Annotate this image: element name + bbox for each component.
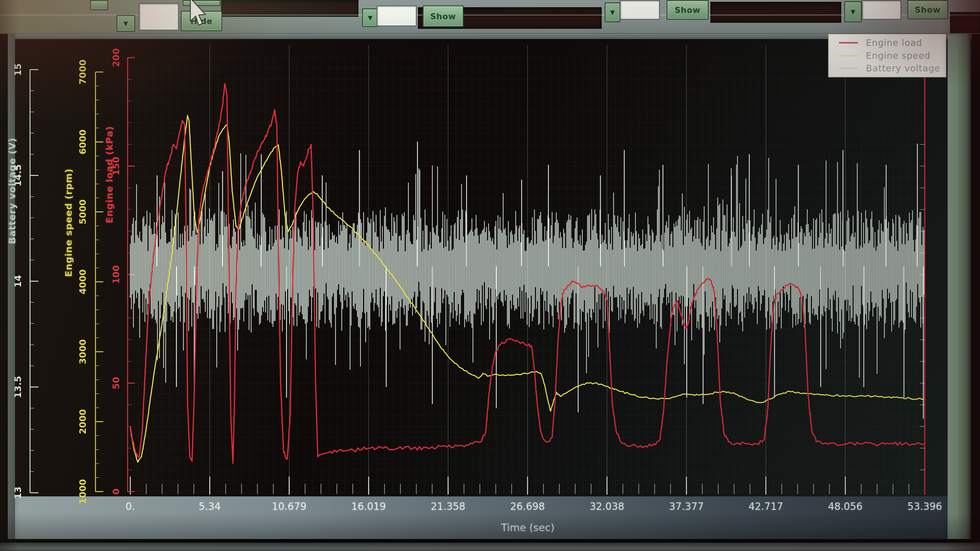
x-tick-label: 10.679 — [272, 500, 306, 512]
legend-row: Engine load — [829, 38, 946, 48]
y-tick-label: 1000 — [78, 479, 88, 504]
y-tick-label: 50 — [111, 377, 121, 389]
x-tick-label: 0. — [126, 500, 135, 512]
y-tick-label: 5000 — [78, 199, 88, 224]
dropdown-a[interactable]: ▼ — [116, 15, 135, 32]
battery-voltage-axis-title: Battery voltage (V) — [6, 138, 18, 244]
value-field-b[interactable] — [377, 5, 417, 26]
engine-speed-swatch — [839, 55, 858, 56]
show-button-c[interactable]: Show — [667, 0, 709, 20]
chevron-down-icon: ▼ — [851, 8, 855, 15]
y-tick-label: 0 — [111, 489, 121, 495]
x-tick-label: 21.358 — [431, 500, 465, 512]
x-tick-label: 26.698 — [510, 500, 545, 512]
y-tick-label: 2000 — [78, 409, 88, 434]
x-tick-label: 37.377 — [669, 500, 703, 512]
dropdown-c[interactable]: ▼ — [605, 2, 620, 22]
y-tick-label: 13.5 — [13, 376, 23, 398]
mouse-cursor — [189, 0, 210, 29]
y-tick-label: 100 — [111, 265, 121, 284]
y-tick-label: 15 — [13, 64, 23, 76]
battery-voltage-swatch — [839, 68, 858, 69]
graph-canvas: 1313.51414.51510002000300040005000600070… — [0, 0, 980, 551]
x-axis-caption: Time (sec) — [501, 522, 555, 534]
value-field-d[interactable] — [862, 0, 901, 20]
show-button-label: Show — [675, 5, 700, 15]
chevron-down-icon: ▼ — [368, 14, 372, 21]
y-tick-label: 200 — [111, 48, 121, 67]
x-tick-label: 48.056 — [828, 500, 862, 512]
y-tick-label: 14 — [13, 275, 23, 287]
y-tick-label: 7000 — [78, 59, 88, 85]
show-button-label: Show — [915, 5, 941, 14]
screen: ▼ Hide ▼ Show ▼ Show ▼ Show — [0, 0, 980, 551]
value-field-a[interactable] — [139, 3, 179, 30]
chevron-down-icon: ▼ — [123, 20, 128, 27]
legend-row: Battery voltage — [829, 63, 946, 73]
dropdown-b[interactable]: ▼ — [362, 8, 378, 27]
y-tick-label: 4000 — [78, 269, 88, 294]
legend-label: Engine speed — [866, 51, 931, 61]
x-tick-label: 5.34 — [199, 500, 221, 512]
y-tick-label: 6000 — [78, 129, 88, 154]
x-tick-label: 16.019 — [351, 500, 386, 512]
show-button-d[interactable]: Show — [907, 0, 948, 19]
x-tick-label: 32.038 — [590, 500, 624, 512]
toolbar-inset-panel — [221, 0, 358, 17]
x-tick-label: 53.396 — [907, 500, 942, 512]
show-button-b[interactable]: Show — [423, 5, 464, 27]
legend-label: Engine load — [866, 38, 922, 48]
toolbar-inset-panel — [710, 2, 841, 23]
show-button-label: Show — [430, 12, 456, 21]
dropdown-d[interactable]: ▼ — [844, 1, 862, 22]
engine-load-axis-title: Engine load (kPa) — [104, 126, 115, 224]
engine-load-swatch — [839, 42, 858, 43]
legend-label: Battery voltage — [866, 63, 940, 73]
value-field-c[interactable] — [620, 0, 660, 20]
engine-speed-axis-title: Engine speed (rpm) — [63, 168, 74, 277]
legend-row: Engine speed — [829, 51, 946, 61]
toolbar-inset-panel — [950, 12, 980, 33]
y-tick-label: 3000 — [78, 339, 88, 364]
chevron-down-icon: ▼ — [610, 9, 615, 16]
x-tick-label: 42.717 — [749, 500, 783, 512]
toolbar: ▼ Hide ▼ Show ▼ Show ▼ Show — [0, 0, 980, 34]
toolbar-button-fragment[interactable] — [90, 0, 108, 10]
legend: Engine load Engine speed Battery voltage — [828, 33, 947, 78]
y-tick-label: 13 — [13, 486, 23, 499]
